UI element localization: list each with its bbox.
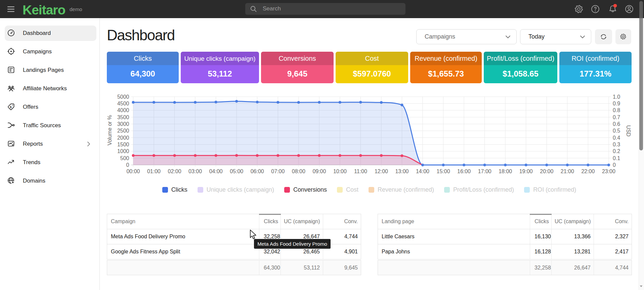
svg-text:0: 0 xyxy=(613,162,616,168)
svg-text:01:00: 01:00 xyxy=(147,168,161,174)
svg-text:0.4: 0.4 xyxy=(613,135,620,141)
svg-text:04:00: 04:00 xyxy=(209,168,223,174)
svg-text:0.6: 0.6 xyxy=(613,121,620,127)
svg-text:22:00: 22:00 xyxy=(581,168,595,174)
svg-text:15:00: 15:00 xyxy=(437,168,450,174)
svg-text:13:00: 13:00 xyxy=(395,168,409,174)
svg-text:05:00: 05:00 xyxy=(230,168,243,174)
svg-text:08:00: 08:00 xyxy=(292,168,305,174)
svg-text:02:00: 02:00 xyxy=(168,168,181,174)
svg-text:2500: 2500 xyxy=(117,128,129,134)
svg-text:21:00: 21:00 xyxy=(561,168,574,174)
svg-text:23:00: 23:00 xyxy=(602,168,615,174)
svg-text:4000: 4000 xyxy=(117,107,129,113)
svg-text:06:00: 06:00 xyxy=(251,168,264,174)
svg-text:5000: 5000 xyxy=(117,94,129,100)
svg-text:0.3: 0.3 xyxy=(613,142,620,147)
svg-text:09:00: 09:00 xyxy=(312,168,326,174)
svg-text:16:00: 16:00 xyxy=(457,168,471,174)
svg-text:0.8: 0.8 xyxy=(613,107,620,113)
svg-text:1000: 1000 xyxy=(117,148,129,154)
svg-text:10:00: 10:00 xyxy=(333,168,347,174)
svg-text:0.1: 0.1 xyxy=(613,155,620,161)
svg-text:03:00: 03:00 xyxy=(188,168,202,174)
svg-text:USD: USD xyxy=(626,125,631,137)
svg-text:0.5: 0.5 xyxy=(613,128,620,134)
svg-text:1.0: 1.0 xyxy=(613,94,620,100)
svg-text:4500: 4500 xyxy=(117,101,129,106)
svg-text:07:00: 07:00 xyxy=(271,168,285,174)
svg-text:3000: 3000 xyxy=(117,121,129,127)
svg-text:0: 0 xyxy=(126,162,129,168)
svg-text:17:00: 17:00 xyxy=(478,168,491,174)
svg-text:2000: 2000 xyxy=(117,135,129,141)
svg-text:0.2: 0.2 xyxy=(613,148,620,154)
svg-text:3500: 3500 xyxy=(117,114,129,120)
svg-text:1500: 1500 xyxy=(117,142,129,147)
svg-text:19:00: 19:00 xyxy=(519,168,533,174)
svg-text:18:00: 18:00 xyxy=(499,168,512,174)
svg-text:$: $ xyxy=(10,105,12,109)
svg-text:Volume or %: Volume or % xyxy=(107,115,113,146)
svg-text:0.9: 0.9 xyxy=(613,101,620,106)
svg-text:0.7: 0.7 xyxy=(613,114,620,120)
svg-text:14:00: 14:00 xyxy=(416,168,429,174)
svg-text:11:00: 11:00 xyxy=(354,168,367,174)
svg-text:20:00: 20:00 xyxy=(540,168,553,174)
svg-text:500: 500 xyxy=(120,155,129,161)
svg-text:00:00: 00:00 xyxy=(126,168,140,174)
svg-text:12:00: 12:00 xyxy=(375,168,388,174)
